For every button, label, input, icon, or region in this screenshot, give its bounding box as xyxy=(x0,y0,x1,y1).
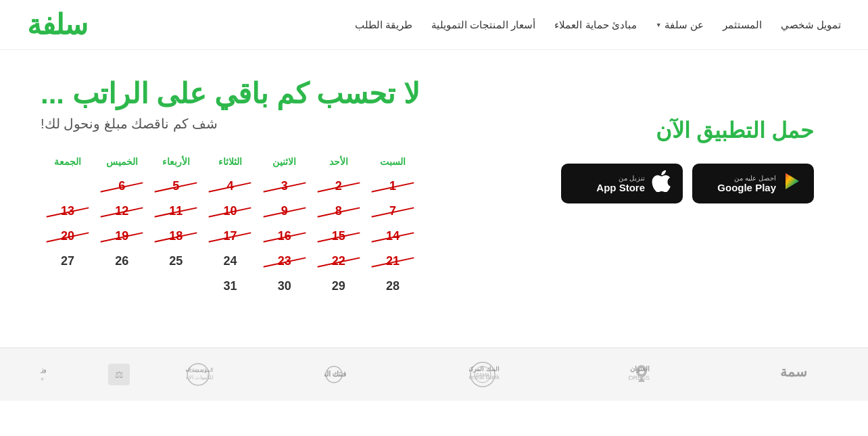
calendar-day: 12 xyxy=(95,199,149,224)
cal-header-wed: الأربعاء xyxy=(149,153,203,170)
main-content: حمل التطبيق الآن xyxy=(0,50,868,347)
calendar-day: 19 xyxy=(95,224,149,249)
apple-icon xyxy=(652,170,671,197)
footer-central-bank: SAMA البنك المركزي السعودي Saudi Central… xyxy=(469,360,577,389)
calendar-day: 21 xyxy=(366,249,420,274)
calendar-day: 18 xyxy=(149,224,203,249)
calendar-day: 22 xyxy=(312,249,366,274)
calendar-day: 26 xyxy=(95,249,149,274)
calendar-day: 1 xyxy=(366,174,420,199)
svg-text:NATIONAL ADDRESS: NATIONAL ADDRESS xyxy=(628,374,650,381)
footer-social-insurance: G.O.S.I المؤسسة العامة للتأمينات الاجتما… xyxy=(186,360,274,389)
calendar-day: 11 xyxy=(149,199,203,224)
svg-text:فنتك السعودية: فنتك السعودية xyxy=(324,370,346,379)
nav-application-method[interactable]: طريقة الطلب xyxy=(355,19,412,31)
nav-investor[interactable]: المستثمر xyxy=(723,19,762,31)
svg-text:سمة: سمة xyxy=(780,364,807,379)
calendar-day: 29 xyxy=(312,274,366,299)
calendar-header: السبت الأحد الاثنين الثلاثاء الأربعاء ال… xyxy=(41,153,420,170)
site-logo[interactable]: سلفة xyxy=(27,8,87,41)
footer-ministry-justice: ⚖ وزارة العدل Ministry of Justice xyxy=(41,360,135,389)
svg-text:Ministry of Justice: Ministry of Justice xyxy=(41,376,45,382)
calendar-day: 24 xyxy=(203,249,257,274)
cal-header-sun: الأحد xyxy=(312,153,366,170)
calendar-day: 4 xyxy=(203,174,257,199)
cal-header-tue: الثلاثاء xyxy=(203,153,257,170)
calendar-day: 9 xyxy=(258,199,312,224)
navbar: تمويل شخصي المستثمر عن سلفة مبادئ حماية … xyxy=(0,0,868,50)
calendar-day: 5 xyxy=(149,174,203,199)
google-play-button[interactable]: احصل عليه من Google Play xyxy=(692,164,814,203)
nav-about-dropdown[interactable]: عن سلفة xyxy=(656,19,704,31)
calendar-day: 17 xyxy=(203,224,257,249)
calendar-day: 25 xyxy=(149,249,203,274)
right-section: لا تحسب كم باقي على الراتب ... شف كم ناق… xyxy=(41,77,420,299)
svg-text:المؤسسة العامة: المؤسسة العامة xyxy=(186,367,213,373)
calendar-day: 23 xyxy=(258,249,312,274)
nav-links: تمويل شخصي المستثمر عن سلفة مبادئ حماية … xyxy=(355,19,841,31)
calendar-day: 16 xyxy=(258,224,312,249)
calendar-day: 20 xyxy=(41,224,95,249)
cal-header-fri: الجمعة xyxy=(41,153,95,170)
cal-header-thu: الخميس xyxy=(95,153,149,170)
svg-text:Saudi Central Bank: Saudi Central Bank xyxy=(469,374,500,381)
svg-text:وزارة العدل: وزارة العدل xyxy=(41,366,47,374)
svg-text:للتأمينات الاجتماعية: للتأمينات الاجتماعية xyxy=(186,373,213,381)
google-play-text: احصل عليه من Google Play xyxy=(717,174,776,193)
calendar-day: 10 xyxy=(203,199,257,224)
footer: سمة العنوان الوطني NATIONAL ADDRESS SAMA… xyxy=(0,347,868,401)
footer-simah: سمة xyxy=(760,362,827,388)
calendar-day: 13 xyxy=(41,199,95,224)
app-store-button[interactable]: تنزيل من App Store xyxy=(561,164,683,203)
calendar-day: 27 xyxy=(41,249,95,274)
download-section: حمل التطبيق الآن xyxy=(561,77,814,203)
calendar-day: 2 xyxy=(312,174,366,199)
calendar: السبت الأحد الاثنين الثلاثاء الأربعاء ال… xyxy=(41,153,420,299)
svg-text:العنوان الوطني: العنوان الوطني xyxy=(628,365,650,373)
cal-header-mon: الاثنين xyxy=(258,153,312,170)
nav-customer-protection[interactable]: مبادئ حماية العملاء xyxy=(554,19,636,31)
calendar-body: 1234567891011121314151617181920212223242… xyxy=(41,174,420,299)
store-buttons: احصل عليه من Google Play تنزيل من App St… xyxy=(561,164,814,203)
calendar-day: 3 xyxy=(258,174,312,199)
calendar-day: 7 xyxy=(366,199,420,224)
nav-personal-finance[interactable]: تمويل شخصي xyxy=(781,19,841,31)
google-play-icon xyxy=(783,172,802,195)
calendar-day: 30 xyxy=(258,274,312,299)
calendar-day: 31 xyxy=(203,274,257,299)
calendar-day: 6 xyxy=(95,174,149,199)
app-store-text: تنزيل من App Store xyxy=(596,174,645,193)
cal-header-sat: السبت xyxy=(366,153,420,170)
svg-text:البنك المركزي السعودي: البنك المركزي السعودي xyxy=(469,366,500,373)
footer-fintech: ⚙ فنتك السعودية xyxy=(324,362,419,387)
calendar-day: 28 xyxy=(366,274,420,299)
nav-product-prices[interactable]: أسعار المنتجات التمويلية xyxy=(431,19,535,31)
svg-text:⚖: ⚖ xyxy=(115,369,124,380)
download-title: حمل التطبيق الآن xyxy=(656,118,814,143)
footer-national-address: العنوان الوطني NATIONAL ADDRESS xyxy=(628,362,709,387)
hero-subtitle: شف كم ناقصك مبلغ ونحول لك! xyxy=(41,116,218,132)
hero-title: لا تحسب كم باقي على الراتب ... xyxy=(41,77,420,110)
svg-marker-0 xyxy=(786,173,799,189)
calendar-day: 14 xyxy=(366,224,420,249)
calendar-day: 15 xyxy=(312,224,366,249)
calendar-day: 8 xyxy=(312,199,366,224)
